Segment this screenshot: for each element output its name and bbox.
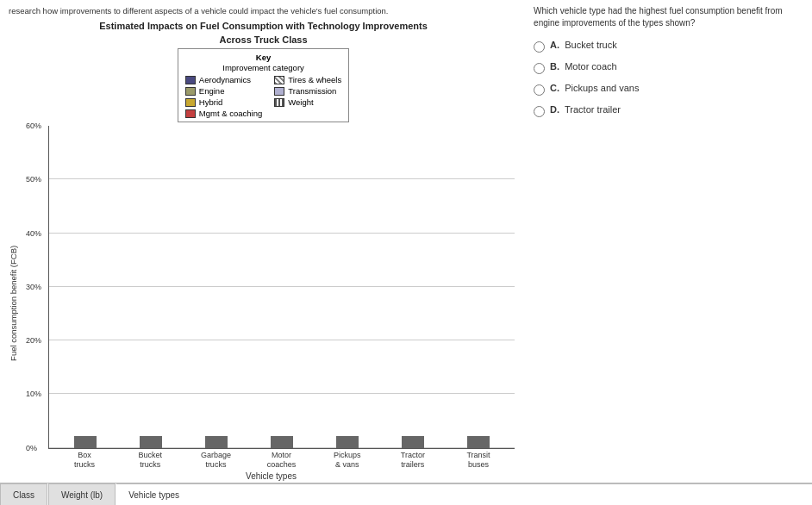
bar-group-2 [185,436,247,448]
question-text: Which vehicle type had the highest fuel … [534,5,803,29]
tab-vehicle-types-content: Vehicle types [116,483,812,505]
answer-option-d[interactable]: D. Tractor trailer [534,104,803,117]
x-label-6: Transitbuses [447,451,509,471]
answer-label-b: B. Motor coach [550,61,617,72]
bar-group-0 [54,436,116,448]
x-label-1: Buckettrucks [119,451,181,471]
legend-item-transmission: Transmission [274,86,341,96]
chart-title: Estimated Impacts on Fuel Consumption wi… [9,20,518,47]
x-axis-title: Vehicle types [24,471,518,481]
answer-option-c[interactable]: C. Pickups and vans [534,83,803,96]
x-label-0: Boxtrucks [53,451,116,471]
x-label-4: Pickups& vans [316,451,378,471]
bar-group-5 [382,436,444,448]
bar-segment-4-0 [336,446,359,448]
bar-group-3 [251,436,313,448]
x-label-3: Motorcoaches [250,451,312,471]
bar-segment-1-0 [140,446,162,448]
answer-option-a[interactable]: A. Bucket truck [534,40,803,53]
bar-group-6 [447,436,509,448]
radio-c[interactable] [534,84,545,96]
legend-title: Key [185,53,341,62]
answer-options: A. Bucket truck B. Motor coach C. Pickup… [534,40,803,126]
legend-item-mgmt: Mgmt & coaching [185,109,262,118]
legend-item-aerodynamics: Aerodynamics [185,75,262,84]
answer-label-d: D. Tractor trailer [550,104,621,115]
left-panel: research how improvements to different a… [9,5,518,481]
radio-a[interactable] [534,41,545,53]
bar-group-1 [120,436,182,448]
intro-text: research how improvements to different a… [9,5,518,16]
bottom-tab-bar: Class Weight (lb) Vehicle types [0,483,812,505]
x-label-2: Garbagetrucks [184,451,247,471]
answer-option-b[interactable]: B. Motor coach [534,61,803,74]
bar-segment-2-0 [205,446,228,448]
tab-class[interactable]: Class [0,483,47,505]
bar-segment-3-0 [271,446,293,448]
bar-segment-5-0 [402,446,424,448]
bar-segment-0-0 [74,446,97,448]
answer-label-a: A. Bucket truck [550,40,617,50]
answer-label-c: C. Pickups and vans [550,83,639,93]
bar-group-4 [316,436,378,448]
right-panel: Which vehicle type had the highest fuel … [527,5,803,481]
legend-item-hybrid: Hybrid [185,97,262,107]
tab-weight[interactable]: Weight (lb) [48,483,116,505]
legend-subtitle: Improvement category [185,63,341,72]
radio-d[interactable] [534,106,545,117]
legend-item-weight: Weight [274,97,341,107]
chart-container: Fuel consumption benefit (FCB) 0% 10% [9,126,518,481]
legend-item-engine: Engine [185,86,262,96]
legend-box: Key Improvement category Aerodynamics En… [178,48,349,122]
radio-b[interactable] [534,63,545,74]
x-label-5: Tractortrailers [382,451,444,471]
bar-segment-6-0 [467,446,490,448]
legend-item-tires: Tires & wheels [274,75,341,84]
y-axis-label: Fuel consumption benefit (FCB) [9,126,24,481]
